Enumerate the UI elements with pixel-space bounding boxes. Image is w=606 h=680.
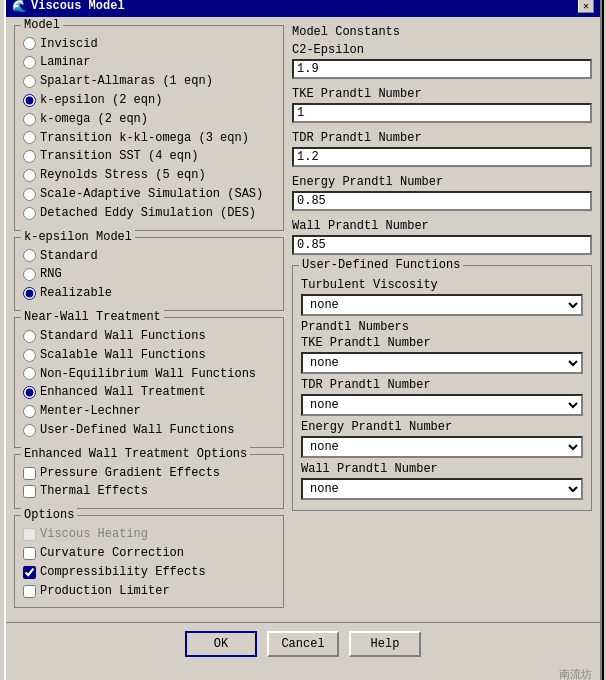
udf-turb-visc-select[interactable]: none — [301, 294, 583, 316]
radio-trans-kl-label: Transition k-kl-omega (3 eqn) — [40, 130, 249, 147]
radio-reynolds-input[interactable] — [23, 169, 36, 182]
check-prod-lim: Production Limiter — [23, 583, 275, 600]
radio-trans-kl: Transition k-kl-omega (3 eqn) — [23, 130, 275, 147]
enhanced-options-group: Enhanced Wall Treatment Options Pressure… — [14, 454, 284, 510]
udf-tke-prandtl-select[interactable]: none — [301, 352, 583, 374]
mc-energy-input[interactable] — [292, 191, 592, 211]
enhanced-options-title: Enhanced Wall Treatment Options — [21, 447, 250, 461]
options-content: Viscous Heating Curvature Correction Com… — [23, 526, 275, 599]
close-button[interactable]: ✕ — [578, 0, 594, 13]
radio-std-wall-input[interactable] — [23, 330, 36, 343]
mc-tke-input[interactable] — [292, 103, 592, 123]
radio-standard-input[interactable] — [23, 249, 36, 262]
radio-standard-label: Standard — [40, 248, 98, 265]
udf-prandtl-title: Prandtl Numbers — [301, 320, 583, 334]
mc-energy-label: Energy Prandtl Number — [292, 175, 592, 189]
model-options: Inviscid Laminar Spalart-Allmaras (1 eqn… — [23, 36, 275, 222]
radio-komega-input[interactable] — [23, 113, 36, 126]
check-pressure-grad: Pressure Gradient Effects — [23, 465, 275, 482]
radio-rng-label: RNG — [40, 266, 62, 283]
udf-tke-prandtl-label: TKE Prandtl Number — [301, 336, 583, 350]
radio-scalable: Scalable Wall Functions — [23, 347, 275, 364]
radio-keps-input[interactable] — [23, 94, 36, 107]
check-curv-corr-input[interactable] — [23, 547, 36, 560]
check-thermal-input[interactable] — [23, 485, 36, 498]
radio-inviscid-input[interactable] — [23, 37, 36, 50]
udf-energy-prandtl-select[interactable]: none — [301, 436, 583, 458]
check-curv-corr-label: Curvature Correction — [40, 545, 184, 562]
udf-energy-prandtl-label: Energy Prandtl Number — [301, 420, 583, 434]
radio-inviscid: Inviscid — [23, 36, 275, 53]
viscous-model-window: 🌊 Viscous Model ✕ Model Inviscid Lami — [4, 0, 602, 680]
radio-neq-label: Non-Equilibrium Wall Functions — [40, 366, 256, 383]
radio-enhanced-input[interactable] — [23, 386, 36, 399]
radio-keps-label: k-epsilon (2 eqn) — [40, 92, 162, 109]
check-visc-heat: Viscous Heating — [23, 526, 275, 543]
check-visc-heat-input[interactable] — [23, 528, 36, 541]
kepsilon-options: Standard RNG Realizable — [23, 248, 275, 302]
mc-tdr-input[interactable] — [292, 147, 592, 167]
mc-wall-label: Wall Prandtl Number — [292, 219, 592, 233]
watermark: 南流坊 — [6, 665, 600, 680]
radio-laminar-input[interactable] — [23, 56, 36, 69]
options-group: Options Viscous Heating Curvature Correc… — [14, 515, 284, 608]
check-pressure-grad-input[interactable] — [23, 467, 36, 480]
radio-std-wall: Standard Wall Functions — [23, 328, 275, 345]
radio-udf-wall-label: User-Defined Wall Functions — [40, 422, 234, 439]
model-group: Model Inviscid Laminar Spalart-Allmaras … — [14, 25, 284, 231]
mc-wall-input[interactable] — [292, 235, 592, 255]
radio-realizable-input[interactable] — [23, 287, 36, 300]
check-compress-input[interactable] — [23, 566, 36, 579]
radio-realizable-label: Realizable — [40, 285, 112, 302]
check-prod-lim-input[interactable] — [23, 585, 36, 598]
radio-trans-kl-input[interactable] — [23, 131, 36, 144]
radio-rng-input[interactable] — [23, 268, 36, 281]
radio-menter-input[interactable] — [23, 405, 36, 418]
model-constants-title: Model Constants — [292, 25, 592, 39]
mc-tdr: TDR Prandtl Number — [292, 131, 592, 171]
radio-menter-label: Menter-Lechner — [40, 403, 141, 420]
check-compress: Compressibility Effects — [23, 564, 275, 581]
title-left: 🌊 Viscous Model — [12, 0, 125, 14]
nearwall-group: Near-Wall Treatment Standard Wall Functi… — [14, 317, 284, 448]
radio-reynolds-label: Reynolds Stress (5 eqn) — [40, 167, 206, 184]
radio-trans-sst: Transition SST (4 eqn) — [23, 148, 275, 165]
check-curv-corr: Curvature Correction — [23, 545, 275, 562]
radio-trans-sst-input[interactable] — [23, 150, 36, 163]
model-constants-section: Model Constants C2-Epsilon TKE Prandtl N… — [292, 25, 592, 259]
radio-udf-wall-input[interactable] — [23, 424, 36, 437]
radio-enhanced: Enhanced Wall Treatment — [23, 384, 275, 401]
udf-wall-prandtl-select[interactable]: none — [301, 478, 583, 500]
radio-trans-sst-label: Transition SST (4 eqn) — [40, 148, 198, 165]
radio-sas-label: Scale-Adaptive Simulation (SAS) — [40, 186, 263, 203]
mc-energy: Energy Prandtl Number — [292, 175, 592, 215]
title-bar-buttons: ✕ — [578, 0, 594, 13]
ok-button[interactable]: OK — [185, 631, 257, 657]
radio-sas-input[interactable] — [23, 188, 36, 201]
radio-keps: k-epsilon (2 eqn) — [23, 92, 275, 109]
radio-neq-input[interactable] — [23, 367, 36, 380]
model-group-title: Model — [21, 18, 63, 32]
check-visc-heat-label: Viscous Heating — [40, 526, 148, 543]
mc-c2eps-input[interactable] — [292, 59, 592, 79]
radio-inviscid-label: Inviscid — [40, 36, 98, 53]
radio-spalart-input[interactable] — [23, 75, 36, 88]
udf-tke-prandtl-wrapper: none — [301, 352, 583, 374]
title-bar: 🌊 Viscous Model ✕ — [6, 0, 600, 17]
radio-udf-wall: User-Defined Wall Functions — [23, 422, 275, 439]
radio-neq: Non-Equilibrium Wall Functions — [23, 366, 275, 383]
mc-c2eps: C2-Epsilon — [292, 43, 592, 83]
watermark-text: 南流坊 — [559, 669, 592, 680]
udf-tdr-prandtl-select[interactable]: none — [301, 394, 583, 416]
radio-des-label: Detached Eddy Simulation (DES) — [40, 205, 256, 222]
udf-tdr-prandtl-label: TDR Prandtl Number — [301, 378, 583, 392]
radio-scalable-input[interactable] — [23, 349, 36, 362]
mc-c2eps-label: C2-Epsilon — [292, 43, 592, 57]
radio-des-input[interactable] — [23, 207, 36, 220]
cancel-button[interactable]: Cancel — [267, 631, 339, 657]
radio-menter: Menter-Lechner — [23, 403, 275, 420]
radio-std-wall-label: Standard Wall Functions — [40, 328, 206, 345]
radio-des: Detached Eddy Simulation (DES) — [23, 205, 275, 222]
nearwall-options: Standard Wall Functions Scalable Wall Fu… — [23, 328, 275, 439]
help-button[interactable]: Help — [349, 631, 421, 657]
